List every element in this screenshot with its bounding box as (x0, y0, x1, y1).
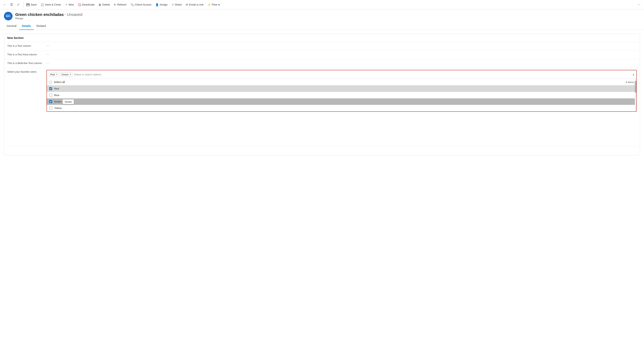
option-yellow-label: Yellow (54, 107, 62, 110)
colors-field-label: Select your favorite colors (7, 70, 46, 73)
tab-related[interactable]: Related (34, 22, 49, 30)
tab-general[interactable]: General (4, 22, 19, 30)
deactivate-label: Deactivate (82, 3, 95, 6)
toolbar-nav: ← ☰ ⤢ (2, 2, 21, 8)
main-content: New Section This is a Text column --- Th… (0, 30, 644, 159)
delete-label: Delete (102, 3, 110, 6)
record-unsaved-label: - Unsaved (64, 12, 82, 17)
option-blue-label: Blue (54, 94, 60, 97)
toolbar-actions: 💾 Save 📋 Save & Close ＋ New 🚫 Deactivate… (24, 2, 642, 8)
scrollbar-thumb[interactable] (635, 81, 636, 93)
save-close-button[interactable]: 📋 Save & Close (39, 2, 63, 8)
flow-button[interactable]: ⚡ Flow ▾ (206, 2, 222, 8)
save-close-label: Save & Close (45, 3, 61, 6)
assign-label: Assign (160, 3, 168, 6)
option-green[interactable]: Green Green (47, 98, 636, 105)
refresh-button[interactable]: ↻ Refresh (112, 2, 128, 8)
colors-field-row: Select your favorite colors Red ✕ Green … (4, 68, 640, 146)
new-button[interactable]: ＋ New (63, 2, 76, 8)
toolbar: ← ☰ ⤢ 💾 Save 📋 Save & Close ＋ New 🚫 Deac… (0, 0, 644, 10)
dropdown-list: Select all 6 items Red Blue (47, 79, 636, 111)
colors-dropdown-wrapper: Red ✕ Green ✕ Select or search options ∧ (46, 70, 637, 112)
check-access-icon: 🔍 (130, 3, 134, 6)
dropdown-top[interactable]: Red ✕ Green ✕ Select or search options ∧ (47, 70, 636, 79)
share-icon: ↗ (172, 3, 174, 6)
check-access-button[interactable]: 🔍 Check Access (128, 2, 154, 8)
toolbar-divider (23, 2, 24, 8)
flow-label: Flow (212, 3, 218, 6)
refresh-label: Refresh (117, 3, 126, 6)
select-all-checkbox[interactable] (49, 81, 52, 84)
popout-button[interactable]: ⤢ (15, 2, 21, 8)
flow-chevron-icon: ▾ (218, 3, 220, 6)
tag-red-close[interactable]: ✕ (56, 73, 58, 76)
multiline-column-value: --- (46, 61, 49, 64)
delete-icon: 🗑 (98, 3, 101, 6)
dropdown-search-hint: Select or search options (74, 73, 634, 76)
record-type: Recipe (15, 17, 82, 20)
more-button[interactable]: ⋯ (636, 2, 642, 8)
share-label: Share (175, 3, 182, 6)
email-link-button[interactable]: ✉ Email a Link (184, 2, 206, 8)
empty-row (4, 146, 640, 155)
save-label: Save (30, 3, 37, 6)
popout-icon: ⤢ (17, 3, 20, 7)
record-title-block: Green chicken enchiladas - Unsaved Recip… (15, 12, 82, 20)
option-blue[interactable]: Blue (47, 92, 636, 98)
tag-green-label: Green (62, 73, 69, 76)
option-green-checkbox[interactable] (49, 100, 52, 103)
section-title: New Section (4, 34, 640, 42)
deactivate-icon: 🚫 (78, 3, 81, 6)
option-red-checkbox[interactable] (49, 87, 52, 90)
green-tooltip: Green (62, 99, 74, 104)
form-view-button[interactable]: ☰ (9, 2, 14, 8)
section-card: New Section This is a Text column --- Th… (4, 34, 640, 155)
back-button[interactable]: ← (2, 2, 8, 8)
tag-green: Green ✕ (60, 73, 73, 77)
tag-red-label: Red (50, 73, 55, 76)
option-red[interactable]: Red (47, 85, 636, 92)
more-icon: ⋯ (638, 3, 640, 6)
share-button[interactable]: ↗ Share (170, 2, 184, 8)
select-all-row[interactable]: Select all (49, 81, 65, 84)
text-area-column-label: This is a Text Area column (7, 53, 46, 56)
flow-icon: ⚡ (208, 3, 211, 6)
text-column-label: This is a Text column (7, 44, 46, 47)
tag-green-close[interactable]: ✕ (70, 73, 72, 76)
option-yellow[interactable]: Yellow (47, 105, 636, 111)
items-count: 6 items (626, 81, 634, 84)
delete-button[interactable]: 🗑 Delete (96, 2, 112, 8)
assign-icon: 👤 (155, 3, 159, 6)
text-column-value: --- (46, 44, 49, 47)
option-green-label: Green (54, 100, 62, 103)
select-all-label: Select all (54, 81, 65, 84)
email-link-icon: ✉ (186, 3, 188, 6)
save-close-icon: 📋 (40, 3, 44, 6)
avatar: GC (4, 12, 12, 21)
colors-dropdown-container: Red ✕ Green ✕ Select or search options ∧ (46, 70, 637, 112)
record-header: GC Green chicken enchiladas - Unsaved Re… (0, 10, 644, 21)
option-blue-checkbox[interactable] (49, 94, 52, 97)
form-icon: ☰ (10, 3, 13, 7)
save-icon: 💾 (26, 3, 30, 6)
tab-details[interactable]: Details (19, 22, 34, 30)
check-access-label: Check Access (135, 3, 152, 6)
refresh-icon: ↻ (114, 3, 116, 6)
deactivate-button[interactable]: 🚫 Deactivate (76, 2, 97, 8)
text-area-column-value: --- (46, 53, 49, 56)
scrollbar-track[interactable] (635, 79, 636, 111)
tag-red: Red ✕ (49, 73, 59, 77)
email-link-label: Email a Link (189, 3, 204, 6)
tabs-bar: General Details Related (0, 22, 644, 30)
assign-button[interactable]: 👤 Assign (154, 2, 170, 8)
dropdown-header-row: Select all 6 items (47, 79, 636, 85)
new-label: New (69, 3, 74, 6)
dropdown-chevron-icon[interactable]: ∧ (632, 73, 634, 76)
new-icon: ＋ (65, 3, 68, 7)
option-yellow-checkbox[interactable] (49, 107, 52, 110)
text-area-column-row: This is a Text Area column --- (4, 51, 640, 59)
record-title: Green chicken enchiladas (15, 12, 64, 17)
save-button[interactable]: 💾 Save (24, 2, 39, 8)
multiline-column-row: This is a Multi-line Text column --- (4, 59, 640, 68)
record-title-line: Green chicken enchiladas - Unsaved (15, 12, 82, 17)
